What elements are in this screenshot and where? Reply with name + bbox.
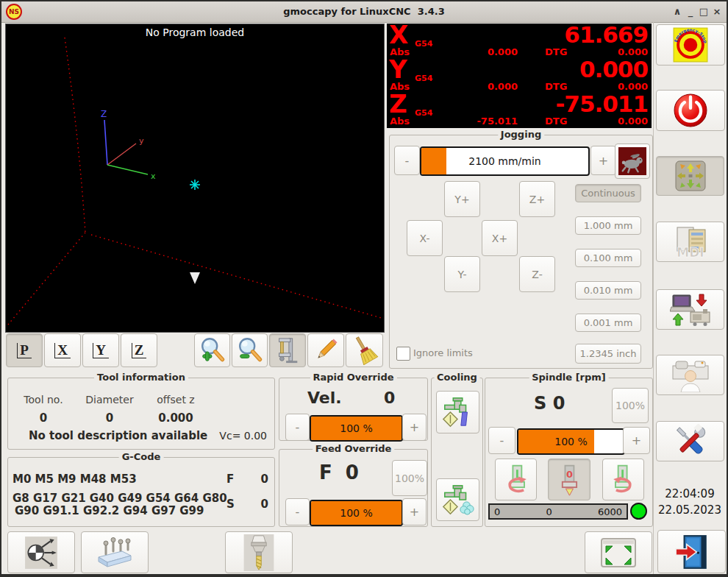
tool-cone — [190, 272, 200, 284]
jog-speed-minus-button[interactable]: - — [394, 146, 420, 175]
close-icon[interactable]: × — [710, 1, 724, 22]
jog-x-minus-button[interactable]: X- — [407, 220, 443, 256]
axis-letter: Y — [389, 54, 407, 84]
fullscreen-button[interactable] — [585, 531, 652, 573]
clear-preview-button[interactable] — [346, 333, 383, 367]
spindle-stop-button[interactable]: 0 — [548, 459, 590, 500]
rapid-minus-button[interactable]: - — [285, 414, 310, 441]
increment-0001mm-button[interactable]: 0.001 mm — [575, 314, 641, 332]
tool-measure-button[interactable] — [225, 531, 293, 573]
vel-label: Vel. — [307, 389, 342, 407]
feed-plus-button[interactable]: + — [402, 498, 427, 525]
machine-on-button[interactable] — [656, 90, 725, 131]
spindle-stop-icon: 0 — [552, 463, 586, 497]
active-gcodes-line1: G8 G17 G21 G40 G49 G54 G64 G80 — [13, 492, 227, 505]
touch-plate-icon — [96, 537, 134, 569]
draw-path-button[interactable] — [307, 333, 344, 367]
manual-mode-button[interactable] — [656, 156, 724, 196]
zoom-out-icon — [235, 336, 265, 365]
offset-z-value: 0.000 — [146, 411, 205, 425]
jog-speed-value: 2100 mm/min — [421, 148, 588, 174]
view-x-button[interactable]: X — [44, 333, 81, 367]
window-controls: ∧ _ □ × — [671, 1, 724, 22]
jog-speed-plus-button[interactable]: + — [590, 146, 616, 175]
gremlin-preview[interactable]: No Program loaded Z y x — [5, 24, 385, 333]
tool-no-value: 0 — [14, 411, 73, 425]
abs-value: 0.000 — [460, 46, 518, 57]
mist-coolant-button[interactable] — [436, 478, 479, 521]
clock-time: 22:04:09 — [654, 487, 725, 500]
dtg-label: DTG — [545, 116, 567, 127]
spindle-override-slider[interactable]: 100 % — [517, 428, 625, 455]
jog-y-plus-button[interactable]: Y+ — [444, 181, 480, 217]
setup-user-button[interactable] — [656, 355, 724, 395]
flood-coolant-button[interactable] — [436, 391, 479, 433]
feed-override-slider[interactable]: 100 % — [310, 500, 403, 526]
increment-001mm-button[interactable]: 0.010 mm — [575, 281, 641, 300]
spindle-plus-button[interactable]: + — [623, 427, 650, 454]
spindle-ccw-button[interactable] — [495, 459, 537, 500]
touch-off-icon — [24, 535, 59, 570]
settings-button[interactable] — [656, 421, 724, 461]
auto-icon — [670, 293, 711, 327]
zoom-in-button[interactable] — [194, 333, 230, 367]
feed-reset-button[interactable]: 100% — [392, 460, 427, 496]
tool-dimensions-button[interactable] — [269, 333, 306, 367]
feed-value: 0 — [261, 472, 268, 486]
increment-inch-button[interactable]: 1.2345 inch — [575, 344, 641, 364]
feed-override-title: Feed Override — [313, 443, 395, 454]
minimize-icon[interactable]: _ — [684, 1, 697, 22]
axis-value: 0.000 — [579, 56, 648, 82]
touch-plate-button[interactable] — [81, 531, 149, 573]
pencil-icon — [311, 336, 340, 365]
jog-x-plus-button[interactable]: X+ — [482, 220, 518, 256]
rapid-plus-button[interactable]: + — [402, 414, 427, 441]
spindle-cw-button[interactable] — [602, 459, 644, 500]
zoom-in-icon — [198, 336, 227, 365]
jog-z-plus-button[interactable]: Z+ — [519, 181, 555, 217]
tool-holder-icon — [243, 534, 274, 571]
coord-system: G54 — [415, 39, 432, 49]
mdi-mode-button[interactable]: MDI — [656, 222, 724, 262]
title-bar[interactable]: NS gmoccapy for LinuxCNC 3.4.3 ∧ _ □ × — [1, 1, 727, 23]
jog-y-minus-button[interactable]: Y- — [444, 256, 480, 292]
y-letter: Y — [93, 343, 109, 358]
rapid-override-slider[interactable]: 100 % — [310, 415, 403, 442]
mdi-label: MDI — [677, 245, 704, 259]
gcode-title: G-Code — [119, 451, 164, 462]
exit-button[interactable] — [657, 530, 726, 573]
coord-system: G54 — [415, 108, 432, 118]
spindle-left-icon — [499, 463, 533, 497]
tool-no-header: Tool no. — [14, 394, 73, 406]
spindle-reset-button[interactable]: 100% — [612, 388, 649, 423]
increment-continuous-button[interactable]: Continuous — [575, 184, 641, 202]
turtle-rabbit-toggle-button[interactable] — [615, 144, 650, 179]
shade-icon[interactable]: ∧ — [671, 1, 684, 22]
broom-icon — [350, 336, 379, 365]
increment-1mm-button[interactable]: 1.000 mm — [575, 216, 641, 235]
zoom-out-button[interactable] — [232, 333, 268, 367]
feed-label: F 0 — [319, 461, 359, 484]
rapid-percent: 100 % — [311, 417, 402, 440]
view-perspective-button[interactable]: P — [6, 333, 43, 367]
jog-speed-slider[interactable]: 2100 mm/min — [420, 146, 590, 176]
abs-value: -75.011 — [460, 116, 518, 127]
speed-value: 0 — [261, 498, 268, 511]
view-y-button[interactable]: Y — [82, 333, 119, 367]
maximize-icon[interactable]: □ — [697, 1, 710, 22]
view-z-button[interactable]: Z — [121, 333, 157, 367]
ignore-limits-checkbox[interactable] — [396, 347, 410, 361]
increment-01mm-button[interactable]: 0.100 mm — [575, 249, 641, 267]
estop-button[interactable]: Emergency-Stop — [656, 24, 725, 66]
y-axis-label: y — [139, 136, 144, 146]
auto-mode-button[interactable] — [656, 289, 724, 330]
spindle-minus-button[interactable]: - — [488, 427, 515, 454]
perspective-letter: P — [17, 343, 32, 358]
touch-off-button[interactable] — [7, 531, 75, 573]
fullscreen-icon — [600, 537, 637, 568]
feed-minus-button[interactable]: - — [285, 498, 310, 525]
dro-panel[interactable]: X G54 61.669 Abs 0.000 DTG 0.000 Y G54 0… — [387, 24, 652, 128]
jog-z-minus-button[interactable]: Z- — [519, 256, 555, 292]
ignore-limits-label: Ignore limits — [413, 347, 473, 358]
rapid-override-frame: Rapid Override Vel. 0 - 100 % + — [279, 378, 428, 441]
